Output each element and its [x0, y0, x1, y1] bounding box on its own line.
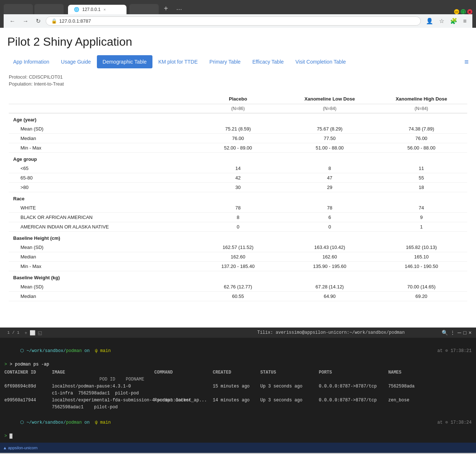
terminal-col-sub: POD ID PODNAME	[4, 376, 472, 383]
minimize-btn[interactable]: ─	[454, 9, 459, 14]
col-placebo-n: (N=86)	[192, 104, 284, 113]
terminal-minimize-btn[interactable]: ─	[457, 330, 461, 336]
terminal-col-headers: CONTAINER ID IMAGE COMMAND CREATED STATU…	[4, 369, 472, 376]
section-baseline-height: Baseline Height (cm)	[9, 232, 467, 243]
address-bar[interactable]: 🔒 127.0.0.1:8787	[46, 16, 421, 26]
terminal-window-controls: 🔍 ⋮ ─ □ ×	[442, 330, 472, 336]
bookmark-btn[interactable]: ☆	[437, 17, 446, 25]
tab-app-information[interactable]: App Information	[7, 55, 55, 68]
tab-demographic-table[interactable]: Demographic Table	[97, 55, 152, 68]
terminal-close-btn[interactable]: ×	[469, 330, 472, 336]
tab-favicon: 🌐	[74, 7, 79, 12]
demographic-table: Placebo Xanomeline Low Dose Xanomeline H…	[9, 94, 467, 301]
nav-tabs: App Information Usage Guide Demographic …	[7, 55, 469, 68]
split-terminal-btn[interactable]: ⬜	[30, 330, 35, 336]
tab-visit-completion[interactable]: Visit Completion Table	[290, 55, 352, 68]
col-placebo: Placebo	[192, 94, 284, 104]
app-title: Pilot 2 Shiny Application	[7, 35, 469, 49]
protocol-label: Protocol: CDISCPILOT01	[9, 74, 467, 80]
terminal-cursor-line: >	[4, 433, 472, 439]
app-container: Pilot 2 Shiny Application App Informatio…	[0, 28, 476, 328]
terminal-last-prompt: ⬡ ~/work/sandbox/podman on ψ mainat ⊙ 17…	[4, 413, 472, 432]
table-row: Mean (SD) 75.21 (8.59) 75.67 (8.29) 74.3…	[9, 124, 467, 134]
menu-btn[interactable]: ≡	[461, 17, 469, 25]
terminal-body: ⬡ ~/work/sandbox/podman on ψ mainat ⊙ 17…	[0, 338, 476, 443]
section-age-year: Age (year)	[9, 113, 467, 125]
terminal-title-text: Tilix: averissimo@appsilon-unicorn:~/wor…	[223, 330, 439, 335]
active-tab[interactable]: 🌐 127.0.0.1 ×	[68, 5, 126, 14]
extensions-btn[interactable]: 🧩	[448, 17, 460, 25]
section-baseline-weight: Baseline Weight (kg)	[9, 271, 467, 283]
table-row: Mean (SD) 62.76 (12.77) 67.28 (14.12) 70…	[9, 282, 467, 292]
terminal-cursor	[10, 434, 12, 439]
browser-chrome: 🌐 127.0.0.1 × + ⋯ ─ □ × ← → ↻ 🔒 127.0.0.…	[0, 0, 476, 28]
table-row: Median 162.60 162.60 165.10	[9, 252, 467, 262]
taskbar: ▲ appsilon-unicorn	[0, 443, 476, 453]
hamburger-menu[interactable]: ≡	[464, 58, 469, 66]
terminal-maximize-btn[interactable]: □	[463, 330, 466, 336]
content-area: Protocol: CDISCPILOT01 Population: Inten…	[7, 68, 469, 301]
tab-usage-guide[interactable]: Usage Guide	[55, 55, 97, 68]
close-btn[interactable]: ×	[467, 9, 472, 14]
terminal-tab-counter: 1 / 1	[4, 330, 22, 336]
col-xan-high: Xanomeline High Dose	[375, 94, 467, 104]
terminal-command-line: > > podman ps -ap	[4, 361, 472, 368]
section-age-group: Age group	[9, 153, 467, 164]
terminal-titlebar: 1 / 1 + ⬜ ◱ Tilix: averissimo@appsilon-u…	[0, 328, 476, 338]
terminal-data-row-2: c1-infra 7562598adac1 pilot-pod	[4, 390, 472, 397]
table-row: Median 60.55 64.90 69.20	[9, 292, 467, 301]
terminal-data-row-1: 6f698694c89d localhost/podman-pause:4.3.…	[4, 383, 472, 390]
table-row: AMERICAN INDIAN OR ALASKA NATIVE 0 0 1	[9, 222, 467, 232]
terminal-data-row-3: e99560a17944 localhost/experimental-fda-…	[4, 397, 472, 404]
lock-icon: 🔒	[51, 18, 57, 24]
table-row: WHITE 78 78 74	[9, 203, 467, 213]
browser-toolbar: ← → ↻ 🔒 127.0.0.1:8787 👤 ☆ 🧩 ≡	[4, 14, 472, 28]
tab-efficacy-table[interactable]: Efficacy Table	[246, 55, 290, 68]
section-race: Race	[9, 192, 467, 204]
tab-km-plot[interactable]: KM plot for TTDE	[152, 55, 204, 68]
terminal: 1 / 1 + ⬜ ◱ Tilix: averissimo@appsilon-u…	[0, 328, 476, 443]
table-row: >80 30 29 18	[9, 183, 467, 192]
window-controls: ─ □ ×	[454, 9, 472, 14]
tile-terminal-btn[interactable]: ◱	[38, 330, 42, 336]
population-label: Population: Intent-to-Treat	[9, 81, 467, 87]
refresh-btn[interactable]: ↻	[34, 17, 43, 25]
table-row: <65 14 8 11	[9, 164, 467, 173]
col-xan-low-n: (N=84)	[284, 104, 375, 113]
profile-btn[interactable]: 👤	[424, 17, 435, 25]
terminal-search-btn[interactable]: 🔍	[442, 330, 448, 336]
terminal-menu-btn[interactable]: ⋮	[450, 330, 455, 336]
back-btn[interactable]: ←	[7, 17, 18, 25]
table-row: Min - Max 137.20 - 185.40 135.90 - 195.6…	[9, 262, 467, 271]
forward-btn[interactable]: →	[20, 17, 31, 25]
new-terminal-tab-btn[interactable]: +	[24, 330, 27, 336]
col-xan-low: Xanomeline Low Dose	[284, 94, 375, 104]
table-row: 65-80 42 47 55	[9, 173, 467, 183]
tab-primary-table[interactable]: Primary Table	[204, 55, 246, 68]
table-row: Median 76.00 77.50 76.00	[9, 134, 467, 143]
tab-close-btn[interactable]: ×	[103, 7, 106, 12]
terminal-data-row-4: 7562598adac1 pilot-pod	[4, 404, 472, 411]
table-row: BLACK OR AFRICAN AMERICAN 8 6 9	[9, 213, 467, 222]
url-text: 127.0.0.1:8787	[59, 18, 91, 24]
col-xan-high-n: (N=84)	[375, 104, 467, 113]
table-row: Mean (SD) 162.57 (11.52) 163.43 (10.42) …	[9, 243, 467, 252]
table-row: Min - Max 52.00 - 89.00 51.00 - 88.00 56…	[9, 143, 467, 153]
maximize-btn[interactable]: □	[461, 9, 466, 14]
tab-label: 127.0.0.1	[82, 7, 101, 12]
terminal-line-1: ⬡ ~/work/sandbox/podman on ψ mainat ⊙ 17…	[4, 341, 472, 361]
tab-menu-btn[interactable]: ⋯	[173, 4, 185, 14]
browser-tabs: 🌐 127.0.0.1 × + ⋯ ─ □ ×	[4, 3, 472, 14]
browser-actions: 👤 ☆ 🧩 ≡	[424, 17, 469, 25]
new-tab-btn[interactable]: +	[160, 3, 172, 14]
